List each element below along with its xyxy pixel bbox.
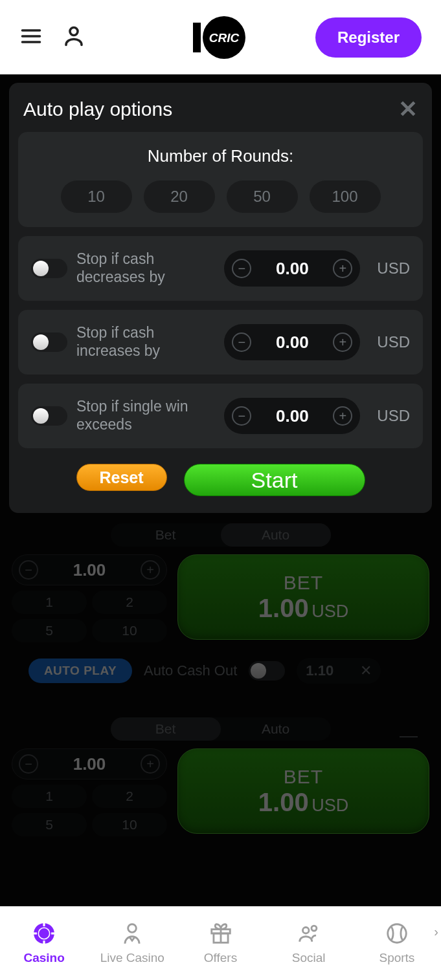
- bottom-navigation: Casino Live Casino Offers Social Sports …: [0, 906, 441, 980]
- stop-single-win-section: Stop if single win exceeds − 0.00 + USD: [18, 384, 423, 448]
- close-button[interactable]: ✕: [398, 96, 418, 123]
- reset-button[interactable]: Reset: [76, 464, 167, 491]
- nav-sports[interactable]: Sports ›: [353, 906, 441, 980]
- cricket-ball-icon: [385, 921, 409, 946]
- stop-increase-amount: − 0.00 +: [224, 324, 360, 360]
- people-icon: [297, 921, 321, 946]
- nav-label: Sports: [379, 951, 414, 965]
- casino-chip-icon: [32, 921, 56, 946]
- stop-decrease-section: Stop if cash decreases by − 0.00 + USD: [18, 236, 423, 301]
- profile-button[interactable]: [62, 25, 85, 50]
- rounds-option-50[interactable]: 50: [227, 180, 298, 213]
- rounds-option-100[interactable]: 100: [310, 180, 381, 213]
- rounds-title: Number of Rounds:: [31, 146, 410, 166]
- svg-point-14: [128, 924, 137, 933]
- svg-point-3: [70, 27, 78, 35]
- svg-rect-4: [193, 23, 201, 52]
- currency-label: USD: [377, 259, 410, 278]
- stop-single-win-toggle[interactable]: [31, 406, 67, 426]
- user-icon: [62, 25, 85, 48]
- amount-value[interactable]: 0.00: [251, 406, 333, 426]
- nav-offers[interactable]: Offers: [176, 906, 264, 980]
- nav-social[interactable]: Social: [265, 906, 353, 980]
- stop-increase-label: Stop if cash increases by: [76, 324, 215, 360]
- minus-button[interactable]: −: [232, 406, 251, 426]
- svg-point-19: [311, 926, 317, 931]
- svg-text:CRIC: CRIC: [209, 31, 239, 45]
- chevron-right-icon: ›: [434, 924, 438, 939]
- stop-decrease-toggle[interactable]: [31, 259, 67, 278]
- start-button[interactable]: Start: [184, 464, 365, 496]
- menu-button[interactable]: [19, 25, 43, 50]
- svg-rect-12: [33, 932, 37, 934]
- gift-icon: [209, 921, 233, 946]
- stop-single-win-label: Stop if single win exceeds: [76, 398, 215, 433]
- svg-rect-13: [51, 932, 55, 934]
- nav-label: Social: [292, 951, 326, 965]
- svg-rect-10: [43, 922, 45, 926]
- minus-button[interactable]: −: [232, 259, 251, 278]
- nav-live-casino[interactable]: Live Casino: [88, 906, 176, 980]
- minus-button[interactable]: −: [232, 332, 251, 352]
- stop-increase-section: Stop if cash increases by − 0.00 + USD: [18, 310, 423, 375]
- auto-play-modal: Auto play options ✕ Number of Rounds: 10…: [9, 83, 432, 513]
- nav-label: Offers: [204, 951, 237, 965]
- amount-value[interactable]: 0.00: [251, 332, 333, 353]
- amount-value[interactable]: 0.00: [251, 259, 333, 279]
- currency-label: USD: [377, 333, 410, 351]
- stop-increase-toggle[interactable]: [31, 332, 67, 352]
- dealer-icon: [120, 921, 144, 946]
- stop-single-win-amount: − 0.00 +: [224, 398, 360, 434]
- plus-button[interactable]: +: [333, 259, 352, 278]
- logo-icon: CRIC: [192, 15, 250, 60]
- rounds-option-20[interactable]: 20: [144, 180, 215, 213]
- brand-logo[interactable]: CRIC: [192, 15, 250, 60]
- currency-label: USD: [377, 407, 410, 425]
- nav-label: Casino: [23, 951, 64, 965]
- top-header: CRIC Register: [0, 0, 441, 74]
- close-icon: ✕: [398, 96, 418, 122]
- plus-button[interactable]: +: [333, 332, 352, 352]
- register-button[interactable]: Register: [315, 17, 422, 58]
- svg-rect-11: [43, 941, 45, 944]
- rounds-option-10[interactable]: 10: [61, 180, 132, 213]
- modal-title: Auto play options: [23, 98, 172, 120]
- svg-point-18: [302, 928, 309, 934]
- plus-button[interactable]: +: [333, 406, 352, 426]
- nav-casino[interactable]: Casino: [0, 906, 88, 980]
- hamburger-icon: [19, 25, 43, 48]
- rounds-section: Number of Rounds: 10 20 50 100: [18, 132, 423, 227]
- nav-label: Live Casino: [100, 951, 164, 965]
- stop-decrease-amount: − 0.00 +: [224, 250, 360, 287]
- stop-decrease-label: Stop if cash decreases by: [76, 250, 215, 286]
- svg-point-9: [39, 928, 49, 939]
